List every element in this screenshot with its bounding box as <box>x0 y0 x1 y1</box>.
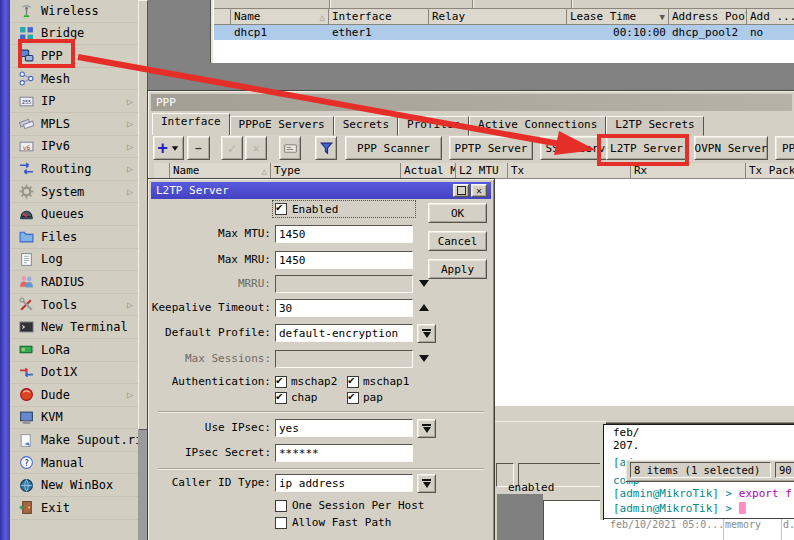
sidebar-item-ip[interactable]: 255IP▷ <box>10 90 138 113</box>
sidebar-item-wireless[interactable]: Wireless <box>10 0 138 23</box>
sidebar-item-mpls[interactable]: MPLS▷ <box>10 113 138 136</box>
ok-button[interactable]: OK <box>428 203 487 223</box>
pptp-server-button[interactable]: PPTP Server <box>449 136 533 160</box>
sidebar-item-radius[interactable]: RADIUS <box>10 271 138 294</box>
auth-option-chap[interactable]: chap <box>275 391 318 404</box>
comment-button[interactable] <box>279 136 301 160</box>
sidebar-item-ppp[interactable]: PPP <box>10 45 138 68</box>
column-header-rx[interactable]: Rx <box>631 163 746 179</box>
tab-interface[interactable]: Interface <box>152 113 230 135</box>
sidebar-item-kvm[interactable]: KVM <box>10 407 138 430</box>
column-header-type[interactable]: Type <box>271 163 401 179</box>
column-header-relay[interactable]: Relay <box>429 9 567 25</box>
column-header-interface[interactable]: Interface <box>329 9 429 25</box>
dhcp-table-row-selected[interactable]: dhcp1 ether1 00:10:00 dhcp_pool2 no <box>214 25 794 40</box>
remove-button[interactable]: − <box>187 136 210 160</box>
sidebar-item-new-terminal[interactable]: New Terminal <box>10 316 138 339</box>
sidebar-item-system[interactable]: System▷ <box>10 181 138 204</box>
auth-option-mschap2[interactable]: mschap2 <box>275 375 337 388</box>
disable-button[interactable]: ✕ <box>245 136 267 160</box>
tab-active-connections[interactable]: Active Connections <box>469 116 606 136</box>
allow-fast-path-row[interactable]: Allow Fast Path <box>275 516 391 529</box>
tab-l2tp-secrets[interactable]: L2TP Secrets <box>606 116 703 136</box>
bridge-icon <box>19 26 34 41</box>
column-header-l2-mtu[interactable]: L2 MTU <box>456 163 508 179</box>
cancel-button[interactable]: Cancel <box>428 231 487 251</box>
mschap2-checkbox[interactable] <box>275 376 287 388</box>
one-session-per-host-checkbox[interactable] <box>275 500 287 512</box>
sidebar-item-label: KVM <box>41 410 63 424</box>
sidebar-item-routing[interactable]: Routing▷ <box>10 158 138 181</box>
max-mru-input[interactable] <box>275 251 413 269</box>
column-header-lease-time[interactable]: Lease Time▼ <box>567 9 669 25</box>
add-button[interactable]: + <box>153 136 184 160</box>
auth-option-mschap1[interactable]: mschap1 <box>347 375 409 388</box>
ipsec-secret-label: IPsec Secret: <box>151 444 271 462</box>
column-header-add[interactable]: Add ... <box>747 9 794 25</box>
terminal-command: export f <box>739 487 792 500</box>
keepalive-input[interactable] <box>275 299 413 317</box>
caller-id-type-combo-button[interactable] <box>417 474 436 493</box>
max-sessions-dropdown-icon[interactable] <box>419 355 429 362</box>
max-sessions-input[interactable] <box>275 350 413 368</box>
max-mtu-input[interactable] <box>275 225 413 243</box>
sidebar-item-exit[interactable]: Exit <box>10 497 138 520</box>
one-session-per-host-row[interactable]: One Session Per Host <box>275 499 424 512</box>
sidebar-item-manual[interactable]: ?Manual <box>10 452 138 475</box>
mrru-dropdown-icon[interactable] <box>419 280 429 287</box>
sort-ascending-icon[interactable]: △ <box>320 12 325 22</box>
ovpn-server-button[interactable]: OVPN Server <box>694 136 768 160</box>
sidebar-item-dude[interactable]: Dude▷ <box>10 384 138 407</box>
sidebar-item-tools[interactable]: Tools▷ <box>10 294 138 317</box>
column-header-tx[interactable]: Tx <box>508 163 631 179</box>
column-header-tx-packet[interactable]: Tx Packet <box>746 163 794 179</box>
l2tp-server-button[interactable]: L2TP Server <box>606 136 687 160</box>
sidebar-item-dot1x[interactable]: Dot1X <box>10 362 138 385</box>
ppp-scanner-button[interactable]: PPP Scanner <box>345 136 442 160</box>
sidebar-item-make-supout[interactable]: Make Supout.rif <box>10 429 138 452</box>
column-header-name[interactable]: Name△ <box>170 163 271 179</box>
kvm-icon <box>19 410 34 425</box>
mschap1-checkbox[interactable] <box>347 376 359 388</box>
items-count-field: 8 items (1 selected) <box>630 462 771 478</box>
use-ipsec-combo-button[interactable] <box>417 419 436 438</box>
keepalive-up-icon[interactable] <box>419 304 429 311</box>
sidebar-item-lora[interactable]: LoRa <box>10 339 138 362</box>
close-button[interactable]: ✕ <box>471 184 487 197</box>
terminal-line: 207. <box>613 439 640 452</box>
filter-down-icon[interactable]: ▼ <box>660 12 665 22</box>
terminal-prompt: [admin@MikroTik] > <box>613 487 732 500</box>
apply-button[interactable]: Apply <box>428 259 487 279</box>
tab-secrets[interactable]: Secrets <box>334 116 398 136</box>
tab-profiles[interactable]: Profiles <box>398 116 469 136</box>
caller-id-type-input[interactable] <box>275 474 413 492</box>
default-profile-input[interactable] <box>275 324 413 342</box>
use-ipsec-input[interactable] <box>275 419 413 437</box>
auth-option-pap[interactable]: pap <box>347 391 383 404</box>
filter-button[interactable] <box>315 136 337 160</box>
pap-checkbox[interactable] <box>347 392 359 404</box>
allow-fast-path-checkbox[interactable] <box>275 517 287 529</box>
sidebar-item-new-winbox[interactable]: New WinBox <box>10 474 138 497</box>
sidebar-item-label: LoRa <box>41 343 70 357</box>
ipsec-secret-input[interactable] <box>275 444 413 462</box>
enable-button[interactable]: ✓ <box>221 136 243 160</box>
sidebar-item-ipv6[interactable]: v6IPv6▷ <box>10 136 138 159</box>
chap-checkbox[interactable] <box>275 392 287 404</box>
sort-ascending-icon[interactable]: △ <box>262 166 267 176</box>
default-profile-combo-button[interactable] <box>417 324 436 343</box>
maximize-button[interactable] <box>453 184 469 197</box>
sidebar-item-log[interactable]: Log <box>10 249 138 272</box>
column-header-actual-mtu[interactable]: Actual MTU <box>401 163 456 179</box>
sidebar-item-files[interactable]: Files <box>10 226 138 249</box>
enabled-checkbox[interactable] <box>275 203 287 215</box>
sidebar-item-queues[interactable]: Queues <box>10 203 138 226</box>
pppoe-service-button[interactable]: PP <box>775 136 794 160</box>
column-header-address-pool[interactable]: Address Pool <box>669 9 747 25</box>
tab-pppoe-servers[interactable]: PPPoE Servers <box>230 116 334 136</box>
button-label: OVPN Server <box>695 142 768 155</box>
column-header-name[interactable]: Name△ <box>231 9 329 25</box>
sidebar-item-bridge[interactable]: Bridge <box>10 23 138 46</box>
mrru-input[interactable] <box>275 275 413 293</box>
sidebar-item-mesh[interactable]: Mesh <box>10 68 138 91</box>
